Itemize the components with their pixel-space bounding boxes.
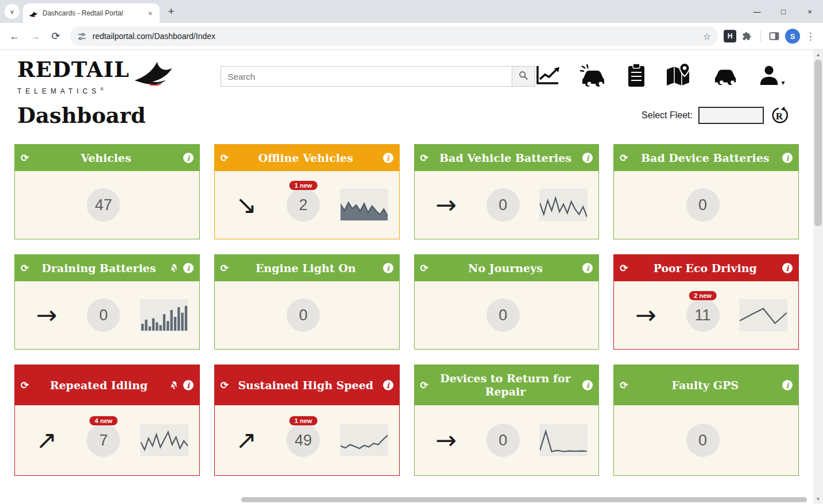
url-bar[interactable]: redtailportal.com/Dashboard/Index ☆ xyxy=(70,26,718,46)
fleet-select-input[interactable] xyxy=(698,107,764,124)
refresh-icon[interactable]: ⟳ xyxy=(21,153,29,163)
logo-wordmark: REDTAIL xyxy=(17,59,130,80)
account-icon[interactable]: ▾ xyxy=(758,64,785,87)
reports-icon[interactable] xyxy=(535,64,561,87)
forward-icon[interactable]: → xyxy=(26,28,44,45)
dashcard-body[interactable]: ↘ 1 new 2 xyxy=(215,171,399,239)
url-text[interactable]: redtailportal.com/Dashboard/Index xyxy=(92,32,695,41)
site-info-icon[interactable] xyxy=(77,32,87,41)
minimize-icon[interactable]: — xyxy=(744,0,770,23)
info-icon[interactable]: i xyxy=(582,380,593,390)
card-value: 11 xyxy=(686,298,720,332)
info-icon[interactable]: i xyxy=(782,153,793,163)
bell-muted-icon[interactable] xyxy=(169,380,179,390)
scroll-down-icon[interactable]: ▼ xyxy=(813,494,823,504)
bookmark-icon[interactable]: ☆ xyxy=(701,31,713,42)
dashcard-body[interactable]: → 2 new 11 xyxy=(614,281,798,349)
vehicle-events-icon[interactable] xyxy=(579,63,608,87)
dashcard-body[interactable]: 0 xyxy=(415,281,599,349)
bell-muted-icon[interactable] xyxy=(169,263,179,273)
svg-text:R: R xyxy=(776,111,783,122)
dashcard-body[interactable]: 47 xyxy=(15,171,199,239)
refresh-icon[interactable]: ⟳ xyxy=(420,263,428,273)
search-input[interactable] xyxy=(221,66,512,87)
profile-avatar[interactable]: S xyxy=(785,29,800,44)
dashcard-title: Devices to Return for Repair xyxy=(433,372,578,398)
maximize-icon[interactable]: □ xyxy=(770,0,797,23)
reload-icon[interactable]: ⟳ xyxy=(47,28,64,45)
dashcard-body[interactable]: 0 xyxy=(614,405,798,475)
trend-arrow-icon: ↘ xyxy=(235,192,257,218)
refresh-icon[interactable]: ⟳ xyxy=(620,153,628,163)
fleet-selector: Select Fleet: R xyxy=(642,106,789,125)
info-icon[interactable]: i xyxy=(582,263,593,273)
dashcard-body[interactable]: → 0 xyxy=(15,281,199,349)
info-icon[interactable]: i xyxy=(183,263,194,273)
refresh-icon[interactable]: ⟳ xyxy=(620,381,628,390)
refresh-icon[interactable]: ⟳ xyxy=(420,381,428,390)
dashcard: ⟳ Devices to Return for Repair i → 0 xyxy=(414,365,600,476)
info-icon[interactable]: i xyxy=(383,263,393,273)
dashcard-title: Repeated Idling xyxy=(33,379,164,392)
dashcard-body[interactable]: → 0 xyxy=(415,171,599,239)
extension-h-icon[interactable]: H xyxy=(724,30,736,42)
new-badge: 1 new xyxy=(289,416,318,425)
refresh-icon[interactable]: ⟳ xyxy=(21,263,29,273)
dashcard-body[interactable]: → 0 xyxy=(415,405,599,475)
info-icon[interactable]: i xyxy=(582,153,593,163)
dashcard-title: Draining Batteries xyxy=(33,262,164,275)
browser-tab[interactable]: Dashcards - Redtail Portal × xyxy=(23,3,160,23)
dashcard-header: ⟳ Vehicles i xyxy=(15,145,199,171)
refresh-icon[interactable]: ⟳ xyxy=(420,153,428,163)
map-icon[interactable] xyxy=(665,63,693,88)
refresh-icon[interactable]: ⟳ xyxy=(620,263,628,273)
dashcard-title: Bad Vehicle Batteries xyxy=(433,152,578,165)
tab-favicon-icon xyxy=(29,10,38,17)
card-value: 0 xyxy=(486,424,520,457)
info-icon[interactable]: i xyxy=(183,153,194,163)
dashcard: ⟳ No Journeys i 0 xyxy=(414,254,600,350)
dashcard-header: ⟳ Devices to Return for Repair i xyxy=(415,365,599,405)
info-icon[interactable]: i xyxy=(782,263,793,273)
dashcard-body[interactable]: 0 xyxy=(614,171,798,239)
dashcard: ⟳ Vehicles i 47 xyxy=(14,144,200,239)
scroll-up-icon[interactable]: ▲ xyxy=(813,50,823,60)
info-icon[interactable]: i xyxy=(383,153,393,163)
refresh-icon[interactable]: ⟳ xyxy=(221,263,229,273)
redtail-logo[interactable]: REDTAIL TELEMATICS® xyxy=(17,59,175,95)
close-icon[interactable]: × xyxy=(797,0,823,23)
card-value: 0 xyxy=(287,298,320,332)
card-value: 0 xyxy=(686,188,720,222)
new-badge: 4 new xyxy=(90,416,118,425)
tab-search-button[interactable]: ∨ xyxy=(5,4,20,19)
dashcard-title: Engine Light On xyxy=(233,262,378,275)
info-icon[interactable]: i xyxy=(183,380,194,390)
info-icon[interactable]: i xyxy=(383,380,393,390)
redtail-bird-icon xyxy=(130,59,175,86)
back-icon[interactable]: ← xyxy=(6,28,23,45)
dashcard-body[interactable]: ↗ 1 new 49 xyxy=(215,405,399,475)
info-icon[interactable]: i xyxy=(782,380,793,390)
dashcard: ⟳ Repeated Idling i ↗ 4 new 7 xyxy=(14,365,200,476)
dashcard-body[interactable]: ↗ 4 new 7 xyxy=(15,405,199,475)
horizontal-scrollbar-thumb[interactable] xyxy=(241,497,807,502)
refresh-icon[interactable]: ⟳ xyxy=(221,381,229,390)
tasks-icon[interactable] xyxy=(626,63,647,88)
refresh-icon[interactable]: ⟳ xyxy=(221,153,229,163)
sparkline-chart xyxy=(739,299,787,331)
search-button[interactable] xyxy=(512,66,535,87)
side-panel-icon[interactable] xyxy=(767,29,782,44)
dashcard: ⟳ Poor Eco Driving i → 2 new 11 xyxy=(613,254,799,350)
vehicles-icon[interactable] xyxy=(711,64,740,87)
vertical-scrollbar-thumb[interactable] xyxy=(814,60,822,226)
dashcard-body[interactable]: 0 xyxy=(215,281,399,349)
new-tab-button[interactable]: + xyxy=(163,3,179,20)
vertical-scrollbar[interactable]: ▲ ▼ xyxy=(813,50,823,504)
refresh-icon[interactable]: ⟳ xyxy=(21,381,29,390)
browser-menu-icon[interactable]: ⋮ xyxy=(803,30,817,42)
sparkline-chart xyxy=(340,189,388,221)
tab-close-icon[interactable]: × xyxy=(145,9,155,18)
extensions-puzzle-icon[interactable] xyxy=(740,29,755,44)
fleet-refresh-button[interactable]: R xyxy=(770,106,789,125)
page: REDTAIL TELEMATICS® xyxy=(0,50,823,504)
